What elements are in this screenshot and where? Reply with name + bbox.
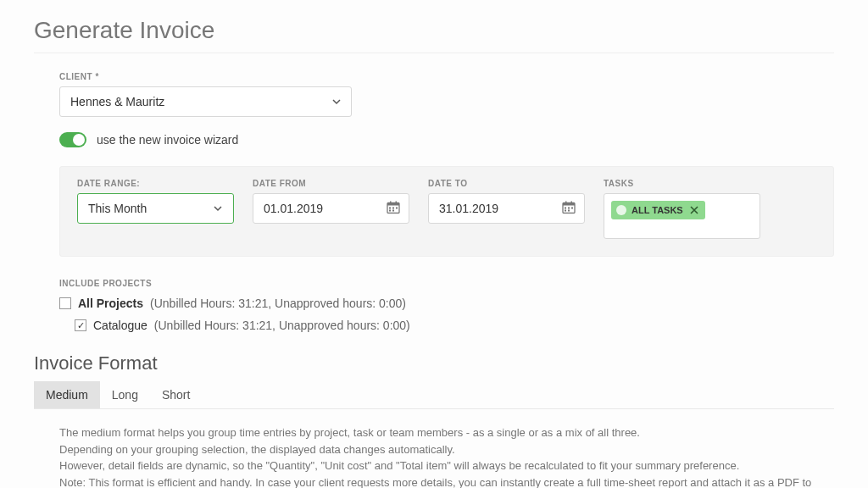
remove-task-icon[interactable] (688, 204, 700, 216)
date-range-label: DATE RANGE: (77, 179, 234, 188)
include-projects-title: INCLUDE PROJECTS (59, 279, 834, 288)
wizard-toggle-label: use the new invoice wizard (97, 133, 238, 147)
svg-rect-3 (396, 202, 398, 204)
chevron-down-icon (213, 203, 223, 214)
svg-rect-15 (571, 208, 573, 209)
pill-dot-icon (616, 205, 626, 215)
svg-rect-5 (392, 208, 394, 209)
date-range-panel: DATE RANGE: This Month DATE FROM 01.01.2… (59, 166, 834, 257)
format-desc-line: Depending on your grouping selection, th… (59, 441, 834, 458)
client-selected: Hennes & Mauritz (70, 95, 164, 108)
format-tabs: Medium Long Short (34, 381, 834, 409)
svg-rect-10 (563, 203, 575, 206)
date-to-value: 31.01.2019 (439, 202, 498, 215)
project-checkbox-catalogue[interactable] (75, 319, 86, 331)
all-projects-stats: (Unbilled Hours: 31:21, Unapproved hours… (150, 297, 406, 310)
calendar-icon (562, 201, 576, 217)
tab-short[interactable]: Short (150, 381, 202, 408)
svg-rect-14 (568, 208, 570, 209)
format-desc-line: The medium format helps you group time e… (59, 424, 834, 441)
svg-rect-17 (568, 210, 570, 212)
svg-rect-2 (390, 202, 392, 204)
format-desc-line: However, detail fields are dynamic, so t… (59, 458, 834, 474)
date-range-selected: This Month (88, 202, 147, 215)
svg-rect-12 (571, 202, 573, 204)
date-from-input[interactable]: 01.01.2019 (253, 193, 409, 224)
date-to-input[interactable]: 31.01.2019 (428, 193, 585, 224)
wizard-toggle[interactable] (59, 132, 86, 147)
format-desc-line: Note: This format is efficient and handy… (59, 474, 834, 489)
svg-rect-11 (565, 202, 567, 204)
format-description: The medium format helps you group time e… (59, 424, 834, 488)
all-projects-checkbox[interactable] (59, 297, 71, 309)
svg-rect-1 (387, 203, 399, 206)
date-to-label: DATE TO (428, 179, 585, 188)
date-from-label: DATE FROM (253, 179, 409, 188)
date-from-value: 01.01.2019 (264, 202, 323, 215)
tasks-label: TASKS (604, 179, 760, 188)
task-pill-label: ALL TASKS (632, 205, 683, 215)
invoice-format-title: Invoice Format (34, 352, 834, 374)
svg-rect-6 (396, 208, 398, 209)
svg-rect-4 (389, 208, 391, 209)
project-stats: (Unbilled Hours: 31:21, Unapproved hours… (154, 319, 410, 332)
page-title: Generate Invoice (34, 17, 834, 53)
svg-rect-8 (392, 210, 394, 212)
tab-long[interactable]: Long (100, 381, 150, 408)
client-label: CLIENT * (59, 72, 834, 81)
all-projects-label: All Projects (78, 297, 143, 310)
date-range-select[interactable]: This Month (77, 193, 234, 224)
svg-rect-16 (565, 210, 566, 212)
svg-rect-7 (389, 210, 391, 212)
svg-rect-13 (565, 208, 566, 209)
project-name: Catalogue (93, 319, 147, 332)
tasks-input[interactable]: ALL TASKS (604, 193, 760, 239)
task-pill-all: ALL TASKS (611, 201, 705, 219)
tab-medium[interactable]: Medium (34, 381, 100, 408)
client-select[interactable]: Hennes & Mauritz (59, 86, 352, 117)
calendar-icon (387, 201, 400, 217)
